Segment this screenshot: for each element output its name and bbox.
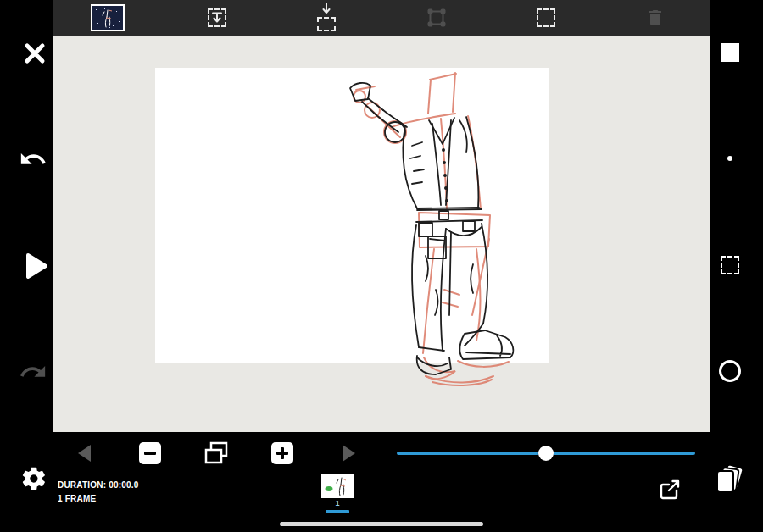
add-frame-button[interactable] <box>271 442 293 464</box>
gesture-handle[interactable] <box>280 522 483 526</box>
animation-app-window: DURATION: 00:00.0 1 FRAME 1 <box>0 0 763 532</box>
redo-icon <box>19 357 47 386</box>
play-icon <box>25 252 48 280</box>
brush-size-dot-icon <box>727 156 732 161</box>
close-button[interactable] <box>19 37 51 69</box>
shape-tool-button[interactable] <box>714 355 746 387</box>
select-tool-icon[interactable] <box>526 0 566 36</box>
play-button[interactable] <box>20 250 53 282</box>
frame-preview-thumbnail[interactable] <box>87 0 128 36</box>
gear-icon <box>20 465 47 492</box>
prev-frame-button[interactable] <box>74 442 96 464</box>
redo-button[interactable] <box>17 356 49 388</box>
current-color-swatch <box>721 43 739 62</box>
frame-number: 1 <box>321 499 354 507</box>
close-icon <box>24 42 46 64</box>
settings-button[interactable] <box>18 463 50 495</box>
frame-count-label: 1 FRAME <box>58 494 96 503</box>
frame-thumbnail-image <box>91 4 125 31</box>
marquee-icon <box>721 256 739 274</box>
prev-arrow-icon <box>75 442 95 464</box>
trash-icon <box>645 8 666 28</box>
insert-frame-after-icon[interactable] <box>306 0 347 36</box>
duplicate-icon <box>203 441 230 466</box>
paste-down-arrow-icon <box>208 8 226 27</box>
playback-slider[interactable] <box>397 446 695 461</box>
duration-label: DURATION: 00:00.0 <box>58 480 138 490</box>
next-arrow-icon <box>338 442 359 464</box>
plus-icon <box>271 442 293 464</box>
layers-icon <box>715 464 745 495</box>
playhead-knob[interactable] <box>538 446 554 461</box>
undo-icon <box>19 145 47 174</box>
drawing-canvas[interactable] <box>53 36 710 432</box>
color-swatch-button[interactable] <box>714 36 746 69</box>
transform-selection-icon[interactable] <box>416 0 457 36</box>
next-frame-button[interactable] <box>337 442 359 464</box>
brush-size-button[interactable] <box>714 142 746 175</box>
timeline-frame-preview <box>321 474 354 498</box>
delete-frame-icon[interactable] <box>635 0 676 36</box>
selection-tool-button[interactable] <box>714 249 746 281</box>
timeline-frame-thumbnail[interactable] <box>321 474 354 498</box>
remove-frame-button[interactable] <box>139 442 161 464</box>
layers-button[interactable] <box>714 463 746 496</box>
top-toolbar <box>53 0 710 36</box>
export-button[interactable] <box>658 478 682 502</box>
arrow-into-box-icon <box>315 4 337 31</box>
marquee-icon <box>537 8 555 27</box>
transform-handles-icon <box>426 7 448 29</box>
current-frame-indicator <box>326 510 349 513</box>
canvas-sketch <box>53 36 710 432</box>
minus-icon <box>139 442 161 464</box>
undo-button[interactable] <box>17 143 49 175</box>
duplicate-frame-button[interactable] <box>203 441 230 466</box>
export-icon <box>659 479 681 501</box>
insert-frame-before-icon[interactable] <box>197 0 237 36</box>
circle-icon <box>719 360 741 382</box>
